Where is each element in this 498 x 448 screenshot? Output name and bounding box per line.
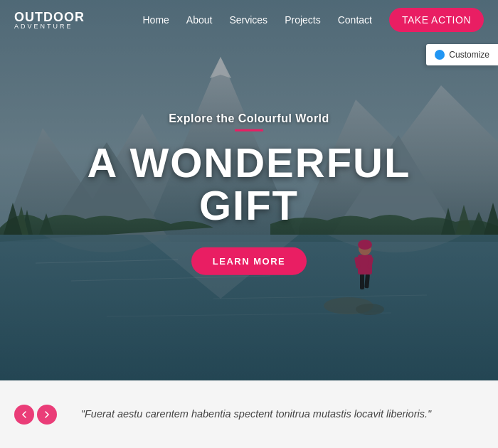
hero-title: A WONDERFUL GIFT xyxy=(0,141,498,228)
hero-learn-more-button[interactable]: LEARN MORE xyxy=(191,247,307,275)
nav-home[interactable]: Home xyxy=(142,14,169,26)
nav-contact[interactable]: Contact xyxy=(338,14,372,26)
hero-title-line2: GIFT xyxy=(199,182,299,228)
nav-about[interactable]: About xyxy=(186,14,213,26)
hero-divider xyxy=(235,129,263,131)
quote-arrows xyxy=(14,405,57,425)
nav-links: Home About Services Projects Contact TAK… xyxy=(142,14,484,26)
nav-services[interactable]: Services xyxy=(229,14,267,26)
hero-subtitle: Explore the Colourful World xyxy=(0,112,498,124)
next-arrow-button[interactable] xyxy=(37,405,57,425)
logo: OUTDOOR ADVENTURE xyxy=(14,11,85,30)
customize-label: Customize xyxy=(449,50,489,60)
prev-arrow-button[interactable] xyxy=(14,405,34,425)
navbar: OUTDOOR ADVENTURE Home About Services Pr… xyxy=(0,0,498,40)
nav-cta-button[interactable]: TAKE ACTION xyxy=(389,8,484,32)
logo-sub: ADVENTURE xyxy=(14,23,85,30)
logo-main: OUTDOOR xyxy=(14,11,85,23)
customize-icon xyxy=(435,50,445,60)
quote-text: "Fuerat aestu carentem habentia spectent… xyxy=(81,406,431,422)
quote-section: "Fuerat aestu carentem habentia spectent… xyxy=(0,380,498,448)
customize-button[interactable]: Customize xyxy=(426,44,498,65)
hero-section: OUTDOOR ADVENTURE Home About Services Pr… xyxy=(0,0,498,380)
hero-title-line1: A WONDERFUL xyxy=(88,139,411,185)
hero-content: Explore the Colourful World A WONDERFUL … xyxy=(0,112,498,275)
nav-projects[interactable]: Projects xyxy=(285,14,321,26)
